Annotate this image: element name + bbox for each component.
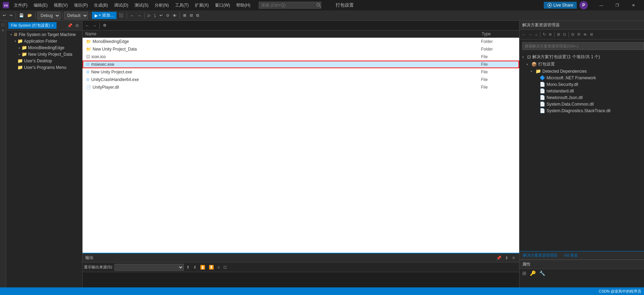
panel-settings-icon[interactable]: ⚙: [74, 23, 80, 28]
menu-view[interactable]: 视图(V): [51, 2, 70, 9]
menu-file[interactable]: 文件(F): [11, 2, 30, 9]
output-source-select[interactable]: [114, 264, 184, 271]
sol-item-systemdiag[interactable]: 📄 System.Diagnostics.StackTrace.dll: [520, 107, 644, 114]
sol-preview-btn[interactable]: 👁: [582, 32, 588, 37]
fs-panel-tab[interactable]: File System (打包设置) ×: [8, 22, 57, 29]
sol-refresh-btn[interactable]: ↻: [542, 32, 547, 37]
toolbar-redo[interactable]: ↪: [8, 12, 14, 18]
output-close-btn[interactable]: ✕: [511, 255, 516, 261]
toolbar-watch[interactable]: 👁: [171, 13, 178, 18]
output-scroll-bottom-btn[interactable]: ⬇: [192, 265, 198, 270]
output-float-btn[interactable]: ⬆: [504, 255, 509, 261]
prop-settings-btn[interactable]: 🔧: [538, 270, 547, 277]
tree-item-userprograms[interactable]: 📁 User's Programs Menu: [6, 64, 82, 71]
toolbar-breakpoint[interactable]: ⊙: [165, 12, 171, 18]
tree-item-unitydata[interactable]: ▸ 📁 New Unity Project_Data: [6, 51, 82, 57]
stop-button[interactable]: ⬛: [117, 12, 125, 18]
toolbar-extra-1[interactable]: ⊞: [182, 12, 188, 18]
toolbar-extra-3[interactable]: ⧉: [195, 12, 200, 18]
toolbar-extra-2[interactable]: ⊟: [188, 12, 194, 18]
sol-item-systemdata[interactable]: 📄 System.Data.Common.dll: [520, 101, 644, 107]
sol-item-netstandard[interactable]: 📄 netstandard.dll: [520, 88, 644, 94]
debug-dropdown[interactable]: Debug: [37, 12, 60, 19]
sol-stop-btn[interactable]: ⊗: [548, 32, 553, 37]
menu-window[interactable]: 窗口(W): [212, 2, 233, 9]
sol-forward-btn[interactable]: →: [527, 32, 533, 37]
file-row-unityexe[interactable]: ⚙ New Unity Project.exe File: [83, 68, 519, 76]
toolbar-stepover[interactable]: ⤵: [153, 13, 157, 18]
output-pin-btn[interactable]: 📌: [495, 255, 503, 261]
activity-icon-1[interactable]: ⬡: [1, 22, 6, 27]
output-wordwrap-btn[interactable]: ≡: [216, 265, 221, 270]
file-row-icon[interactable]: 🖼 icon.ico File: [83, 53, 519, 61]
filename-msiexec: msiexec.exe: [91, 62, 114, 67]
output-clear-btn[interactable]: ⊡: [222, 265, 228, 270]
toolbar-sep-2: [35, 12, 36, 19]
live-share-icon: [547, 3, 552, 8]
sol-search-input[interactable]: [522, 42, 644, 50]
prop-grid-btn[interactable]: ⊞: [521, 270, 528, 277]
sol-item-mono[interactable]: 📄 Mono.Security.dll: [520, 81, 644, 88]
sol-back-btn[interactable]: ←: [521, 32, 527, 37]
sol-grid-btn[interactable]: ⊟: [570, 32, 575, 37]
file-row-msiexec[interactable]: ⚙ msiexec.exe File: [83, 61, 519, 68]
sol-settings-btn[interactable]: ⚙: [576, 32, 582, 37]
tab-solution-explorer[interactable]: 解决方案资源管理器: [520, 252, 561, 259]
menu-debug[interactable]: 调试(D): [111, 2, 131, 9]
output-scroll-top-btn[interactable]: ⬆: [185, 265, 191, 270]
play-button[interactable]: ▶ + 添加...: [92, 12, 117, 19]
svg-text:VS: VS: [4, 4, 8, 7]
toolbar-stepin[interactable]: ↩: [158, 12, 164, 18]
restore-button[interactable]: ❐: [609, 0, 625, 10]
toolbar-forward[interactable]: →: [136, 13, 143, 18]
sol-filter-btn[interactable]: ⊡: [562, 32, 567, 37]
search-input[interactable]: [259, 2, 321, 9]
file-row-monobleed[interactable]: 📁 MonoBleedingEdge Folder: [83, 38, 519, 45]
filelist-settings-btn[interactable]: ⚙: [102, 23, 108, 28]
activity-icon-2[interactable]: ≡: [1, 28, 6, 33]
toolbar-back[interactable]: ←: [129, 13, 135, 18]
file-row-unitydata[interactable]: 📁 New Unity Project_Data Folder: [83, 45, 519, 53]
sol-home-btn[interactable]: ⌂: [534, 32, 539, 37]
live-share-button[interactable]: Live Share: [544, 2, 577, 9]
tree-item-userdesktop[interactable]: 📁 User's Desktop: [6, 57, 82, 64]
folder-root-icon: 🖥: [13, 32, 18, 37]
close-button[interactable]: ✕: [625, 0, 641, 10]
sol-item-project[interactable]: ▾ 📦 打包设置: [520, 61, 644, 68]
filelist-forward-btn[interactable]: →: [91, 23, 98, 28]
toolbar-save[interactable]: 💾: [18, 12, 25, 18]
menu-build[interactable]: 生成(B): [91, 2, 111, 9]
menu-analyze[interactable]: 分析(N): [152, 2, 172, 9]
panel-pin-icon[interactable]: 📌: [66, 23, 74, 28]
sol-extra-btn[interactable]: ⊞: [589, 32, 594, 37]
profile-avatar[interactable]: P: [579, 1, 588, 9]
toolbar-run[interactable]: ▷: [146, 12, 152, 18]
output-down-btn[interactable]: ⏬: [208, 265, 215, 270]
menu-test[interactable]: 测试(S): [132, 2, 151, 9]
platform-dropdown[interactable]: Default: [64, 12, 88, 19]
minimize-button[interactable]: —: [593, 0, 609, 10]
filelist-back-btn[interactable]: ←: [84, 23, 91, 28]
toolbar-undo[interactable]: ↩: [1, 12, 7, 18]
sol-item-detected[interactable]: ▾ 📁 Detected Dependencies: [520, 68, 644, 74]
sol-net-label: Microsoft .NET Framework: [547, 75, 596, 80]
sol-item-solution[interactable]: ▾ ⊡ 解决方案'打包设置'(1 个项目/共 1 个): [520, 53, 644, 61]
menu-project[interactable]: 项目(P): [71, 2, 91, 9]
toolbar-open[interactable]: 📂: [26, 12, 34, 18]
tree-item-mono[interactable]: ▸ 📁 MonoBleedingEdge: [6, 44, 82, 51]
tree-item-appfolder[interactable]: ▾ 📁 Application Folder: [6, 38, 82, 44]
menu-extensions[interactable]: 扩展(X): [192, 2, 212, 9]
sol-view-btn[interactable]: ⊞: [556, 32, 561, 37]
file-row-unitydll[interactable]: 📄 UnityPlayer.dll File: [83, 83, 519, 91]
sol-item-newtonsoft[interactable]: 📄 Newtonsoft.Json.dll: [520, 94, 644, 101]
output-up-btn[interactable]: ⏫: [199, 265, 206, 270]
menu-help[interactable]: 帮助(H): [233, 2, 253, 9]
prop-sort-btn[interactable]: 🔑: [529, 270, 537, 277]
menu-tools[interactable]: 工具(T): [172, 2, 191, 9]
file-row-crashhandler[interactable]: ⚙ UnityCrashHandler64.exe File: [83, 76, 519, 83]
fs-panel-close-icon[interactable]: ×: [51, 23, 54, 28]
tab-git-changes[interactable]: Git 更改: [561, 252, 581, 259]
tree-item-root[interactable]: ▾ 🖥 File System on Target Machine: [6, 31, 82, 38]
sol-item-net[interactable]: 🔷 Microsoft .NET Framework: [520, 74, 644, 81]
menu-edit[interactable]: 编辑(E): [31, 2, 50, 9]
